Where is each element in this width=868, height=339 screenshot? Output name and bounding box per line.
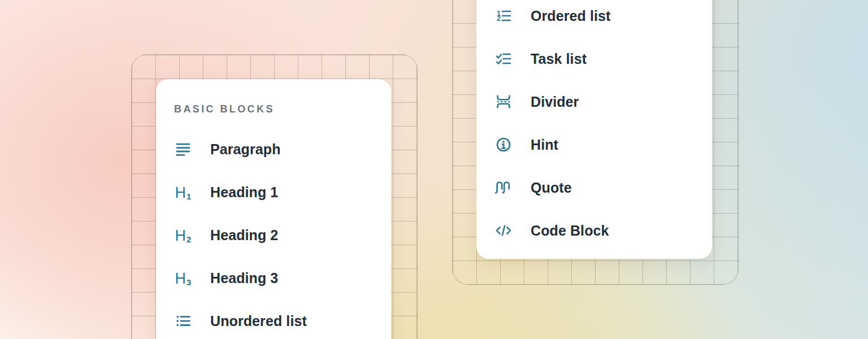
menu-item-label: Task list [531,51,587,67]
menu-item-label: Hint [531,137,558,153]
menu-item-label: Heading 2 [210,227,278,244]
menu-item-label: Heading 3 [210,270,278,286]
menu-item-code-block[interactable]: Code Block [476,209,712,252]
paragraph-icon [174,140,192,158]
unordered-list-icon [174,312,192,330]
menu-item-label: Divider [531,94,579,110]
divider-icon [494,93,513,111]
menu-item-heading-2[interactable]: H2 Heading 2 [156,214,391,257]
menu-item-ordered-list[interactable]: 1 2 Ordered list [476,0,712,37]
menu-item-paragraph[interactable]: Paragraph [156,128,391,171]
menu-item-label: Quote [531,180,572,196]
menu-item-heading-1[interactable]: H1 Heading 1 [156,171,391,214]
menu-item-task-list[interactable]: Task list [476,37,712,80]
heading-2-icon: H2 [174,226,192,244]
svg-text:2: 2 [497,15,501,23]
task-list-icon [494,50,513,68]
menu-item-unordered-list[interactable]: Unordered list [156,299,391,339]
hint-icon [494,136,513,154]
heading-3-icon: H3 [174,269,192,287]
menu-item-label: Ordered list [531,8,611,24]
heading-glyph: H [175,271,186,287]
menu-item-label: Code Block [531,223,609,239]
heading-1-icon: H1 [174,183,192,201]
menu-item-label: Unordered list [210,313,307,329]
menu-list-right: 1 2 Ordered list Task list [476,0,712,252]
menu-item-hint[interactable]: Hint [476,123,712,166]
code-block-icon [494,221,513,240]
heading-glyph: H [175,185,186,201]
menu-list-left: Paragraph H1 Heading 1 H2 Heading 2 H3 H… [156,128,391,339]
menu-item-label: Heading 1 [210,184,278,201]
menu-item-heading-3[interactable]: H3 Heading 3 [156,257,391,299]
heading-subscript: 3 [186,278,191,286]
ordered-list-icon: 1 2 [494,7,513,25]
menu-item-quote[interactable]: Quote [476,166,712,209]
menu-item-divider[interactable]: Divider [476,80,712,123]
gradient-background: BASIC BLOCKS Paragraph H1 Heading 1 H2 H… [0,0,868,339]
blocks-menu-continued: 1 2 Ordered list Task list [476,0,712,259]
basic-blocks-menu: BASIC BLOCKS Paragraph H1 Heading 1 H2 H… [156,79,391,339]
menu-item-label: Paragraph [210,141,281,158]
heading-glyph: H [175,228,186,244]
heading-subscript: 1 [186,192,191,201]
quote-icon [494,179,513,197]
section-label: BASIC BLOCKS [174,100,391,118]
heading-subscript: 2 [186,235,191,244]
